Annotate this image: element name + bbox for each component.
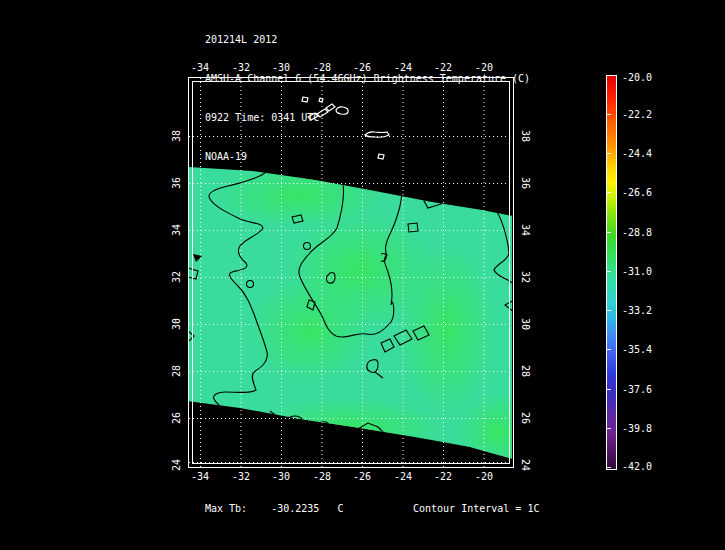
lon-tick-label-bottom: -34 bbox=[191, 471, 209, 482]
lat-tick-label-right: 38 bbox=[520, 130, 531, 142]
map-swath bbox=[188, 163, 540, 470]
lon-tick-label-bottom: -28 bbox=[313, 471, 331, 482]
colorbar-tick-label: -42.0 bbox=[622, 461, 652, 472]
lon-tick-label-top: -24 bbox=[394, 62, 412, 73]
lon-tick-label-top: -28 bbox=[313, 62, 331, 73]
lon-tick-label-top: -34 bbox=[191, 62, 209, 73]
lat-tick-label-left: 38 bbox=[171, 130, 182, 142]
lat-tick-label-left: 28 bbox=[171, 365, 182, 377]
header-time-line: 0922 Time: 0341 UTC bbox=[205, 111, 530, 124]
colorbar-gradient bbox=[606, 75, 617, 470]
lon-tick-label-bottom: -32 bbox=[232, 471, 250, 482]
lat-tick-label-right: 28 bbox=[520, 365, 531, 377]
lon-tick-label-top: -26 bbox=[353, 62, 371, 73]
lat-tick-label-right: 26 bbox=[520, 412, 531, 424]
lon-tick-label-bottom: -22 bbox=[434, 471, 452, 482]
lat-tick-label-right: 30 bbox=[520, 318, 531, 330]
plot-header: 201214L 2012 AMSU-A Channel 6 (54.46GHz)… bbox=[205, 7, 530, 176]
colorbar-tick-label: -24.4 bbox=[622, 148, 652, 159]
lat-tick-label-right: 24 bbox=[520, 459, 531, 471]
colorbar-tick-label: -33.2 bbox=[622, 305, 652, 316]
lat-tick-label-left: 36 bbox=[171, 177, 182, 189]
colorbar-tick-label: -20.0 bbox=[622, 72, 652, 83]
lat-tick-label-left: 24 bbox=[171, 459, 182, 471]
lon-tick-label-bottom: -24 bbox=[394, 471, 412, 482]
header-satellite-line: NOAA-19 bbox=[205, 150, 530, 163]
lat-tick-label-right: 34 bbox=[520, 224, 531, 236]
contour-lines bbox=[188, 173, 514, 435]
lon-tick-label-top: -30 bbox=[272, 62, 290, 73]
lat-tick-label-left: 32 bbox=[171, 271, 182, 283]
header-title-line: AMSU-A Channel 6 (54.46GHz) Brightness T… bbox=[205, 72, 530, 85]
lat-tick-label-left: 30 bbox=[171, 318, 182, 330]
header-date-line: 201214L 2012 bbox=[205, 33, 530, 46]
lon-tick-label-top: -22 bbox=[434, 62, 452, 73]
colorbar-tick-label: -26.6 bbox=[622, 187, 652, 198]
lon-tick-label-bottom: -26 bbox=[353, 471, 371, 482]
contour-interval-readout: Contour Interval = 1C bbox=[413, 502, 539, 515]
amsu-plot-screen: { "title": { "lines": [ "201214L 2012", … bbox=[0, 0, 725, 550]
colorbar-tick-label: -35.4 bbox=[622, 344, 652, 355]
colorbar-tick-label: -28.8 bbox=[622, 227, 652, 238]
lon-tick-label-top: -32 bbox=[232, 62, 250, 73]
max-tb-readout: Max Tb: -30.2235 C bbox=[205, 502, 343, 515]
lon-tick-label-top: -20 bbox=[475, 62, 493, 73]
lon-tick-label-bottom: -20 bbox=[475, 471, 493, 482]
colorbar-tick-label: -39.8 bbox=[622, 423, 652, 434]
warm-green-blobs bbox=[215, 163, 540, 470]
max-location-marker bbox=[193, 254, 202, 262]
colorbar-tick-label: -31.0 bbox=[622, 266, 652, 277]
colorbar-tick-label: -22.2 bbox=[622, 109, 652, 120]
lat-tick-label-right: 36 bbox=[520, 177, 531, 189]
colorbar-tick-label: -37.6 bbox=[622, 384, 652, 395]
lon-tick-label-bottom: -30 bbox=[272, 471, 290, 482]
lat-tick-label-left: 34 bbox=[171, 224, 182, 236]
lat-tick-label-left: 26 bbox=[171, 412, 182, 424]
lat-tick-label-right: 32 bbox=[520, 271, 531, 283]
